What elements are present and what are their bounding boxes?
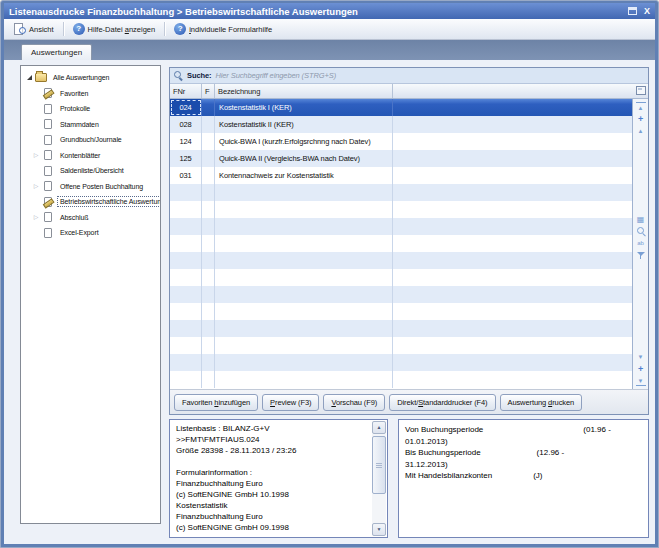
expander-open-icon[interactable] bbox=[24, 75, 34, 80]
table-row-empty[interactable] bbox=[170, 320, 632, 337]
tree-item-kontenbl-tter[interactable]: ▷Kontenblätter bbox=[31, 148, 160, 164]
tree-item-favoriten[interactable]: Favoriten bbox=[31, 86, 160, 102]
cell-fnr bbox=[170, 337, 202, 354]
info-line: (c) SoftENGINE GmbH 09.1998 bbox=[176, 522, 372, 533]
table-row-empty[interactable] bbox=[170, 218, 632, 235]
grid-icon[interactable] bbox=[636, 214, 646, 224]
info-line: Größe 28398 - 28.11.2013 / 23:26 bbox=[176, 445, 372, 456]
table-row-125[interactable]: 125Quick-BWA II (Vergleichs-BWA nach Dat… bbox=[170, 150, 632, 167]
scroll-down-icon[interactable]: ▼ bbox=[372, 523, 386, 536]
auswertung-drucken-button[interactable]: Auswertung drucken bbox=[500, 394, 583, 411]
column-header-f[interactable]: F bbox=[202, 84, 215, 98]
cell-bezeichnung bbox=[215, 184, 393, 201]
cell-bezeichnung bbox=[215, 218, 393, 235]
filter-icon[interactable] bbox=[636, 250, 646, 260]
cell-filler bbox=[393, 184, 632, 201]
search-bar[interactable]: Suche: Hier Suchbegriff eingeben (STRG+S… bbox=[170, 68, 648, 84]
add-icon[interactable] bbox=[636, 364, 646, 374]
table-row-empty[interactable] bbox=[170, 184, 632, 201]
scroll-thumb[interactable] bbox=[372, 436, 386, 494]
page-icon bbox=[41, 150, 54, 160]
cell-fnr bbox=[170, 201, 202, 218]
cell-f bbox=[202, 303, 215, 320]
tree-item-saldenliste-bersicht[interactable]: Saldenliste/Übersicht bbox=[31, 163, 160, 179]
cell-filler bbox=[393, 218, 632, 235]
zoom-icon[interactable] bbox=[636, 226, 646, 236]
period-value: (J) bbox=[533, 470, 542, 482]
tree-item-excel-export[interactable]: Excel-Export bbox=[31, 225, 160, 241]
table-row-empty[interactable] bbox=[170, 371, 632, 388]
table-row-024[interactable]: 024Kostenstatistik I (KER) bbox=[170, 99, 632, 116]
table-row-empty[interactable] bbox=[170, 201, 632, 218]
toolbar-button-hilfe-datei-anzeigen[interactable]: Hilfe-Datei anzeigen bbox=[67, 21, 162, 37]
table-row-empty[interactable] bbox=[170, 354, 632, 371]
expander-closed-icon[interactable]: ▷ bbox=[31, 152, 41, 158]
column-header-fnr[interactable]: FNr bbox=[170, 84, 202, 98]
period-label: Von Buchungsperiode bbox=[405, 424, 483, 436]
tab-label: Auswertungen bbox=[31, 48, 82, 57]
cell-filler bbox=[393, 337, 632, 354]
cell-fnr bbox=[170, 354, 202, 371]
cell-filler bbox=[393, 99, 632, 116]
toolbar-button-individuelle-formularhilfe[interactable]: individuelle Formularhilfe bbox=[168, 21, 278, 37]
cell-fnr: 031 bbox=[170, 167, 202, 184]
favoriten-hinzuf-gen-button[interactable]: Favoriten hinzufügen bbox=[174, 394, 258, 411]
expander-closed-icon[interactable]: ▷ bbox=[31, 214, 41, 220]
expander-closed-icon[interactable]: ▷ bbox=[31, 183, 41, 189]
toolbar-button-ansicht[interactable]: Ansicht bbox=[8, 21, 60, 37]
direkt-standarddrucker-f4-button[interactable]: Direkt/Standarddrucker (F4) bbox=[389, 394, 495, 411]
close-icon[interactable]: X bbox=[644, 6, 650, 16]
table-row-031[interactable]: 031Kontennachweis zur Kostenstatistik bbox=[170, 167, 632, 184]
tab-auswertungen[interactable]: Auswertungen bbox=[21, 44, 92, 60]
table-row-028[interactable]: 028Kostenstatistik II (KER) bbox=[170, 116, 632, 133]
tree-item-label: Excel-Export bbox=[57, 227, 101, 238]
cell-bezeichnung bbox=[215, 303, 393, 320]
period-info-panel: Von Buchungsperiode(01.96 -01.01.2013)Bi… bbox=[398, 419, 649, 538]
edit-icon[interactable] bbox=[636, 238, 646, 248]
tree-item-betriebswirtschaftliche-auswertungen[interactable]: Betriebswirtschaftliche Auswertungen bbox=[31, 194, 160, 210]
add-icon[interactable] bbox=[636, 114, 646, 124]
column-options-icon[interactable] bbox=[636, 86, 646, 95]
scroll-up-icon[interactable]: ▲ bbox=[372, 421, 386, 434]
period-spacer bbox=[492, 470, 533, 482]
tree-item-abschlu[interactable]: ▷Abschluß bbox=[31, 210, 160, 226]
tree-item-label: Alle Auswertungen bbox=[50, 72, 112, 83]
tree-item-protokolle[interactable]: Protokolle bbox=[31, 101, 160, 117]
table-row-empty[interactable] bbox=[170, 235, 632, 252]
preview-f3-button[interactable]: Preview (F3) bbox=[262, 394, 319, 411]
column-header-bezeichnung[interactable]: Bezeichnung bbox=[215, 84, 393, 98]
help-icon bbox=[174, 23, 186, 35]
info-scrollbar[interactable]: ▲ ▼ bbox=[372, 421, 386, 536]
table-row-empty[interactable] bbox=[170, 269, 632, 286]
cell-bezeichnung bbox=[215, 235, 393, 252]
period-entry-mit-handelsbilanzkonten: Mit Handelsbilanzkonten(J) bbox=[405, 470, 642, 482]
period-entry-von-buchungsperiode: Von Buchungsperiode(01.96 -01.01.2013) bbox=[405, 424, 642, 447]
down-icon[interactable] bbox=[636, 352, 646, 362]
app-window: Listenausdrucke Finanzbuchhaltung > Betr… bbox=[0, 0, 659, 548]
column-header-filler[interactable] bbox=[393, 84, 648, 98]
tree-item-grundbuch-journale[interactable]: Grundbuch/Journale bbox=[31, 132, 160, 148]
cell-f bbox=[202, 269, 215, 286]
table-row-empty[interactable] bbox=[170, 337, 632, 354]
view-icon bbox=[14, 23, 26, 35]
restore-window-icon[interactable] bbox=[628, 7, 637, 15]
info-line: Finanzbuchhaltung Euro bbox=[176, 511, 372, 522]
table-row-124[interactable]: 124Quick-BWA I (kurzfr.Erfolgsrchnng nac… bbox=[170, 133, 632, 150]
tree-item-label: Favoriten bbox=[57, 88, 91, 99]
period-line: Von Buchungsperiode(01.96 - bbox=[405, 424, 642, 436]
table-row-empty[interactable] bbox=[170, 303, 632, 320]
tree-item-stammdaten[interactable]: Stammdaten bbox=[31, 117, 160, 133]
cell-f bbox=[202, 133, 215, 150]
table-row-empty[interactable] bbox=[170, 252, 632, 269]
table-row-empty[interactable] bbox=[170, 286, 632, 303]
toolbar-button-label: Hilfe-Datei anzeigen bbox=[88, 25, 156, 34]
tree-item-alle-auswertungen[interactable]: Alle Auswertungen bbox=[24, 70, 160, 86]
up-icon[interactable] bbox=[636, 126, 646, 136]
period-value-wrapped: 01.01.2013) bbox=[405, 436, 642, 448]
search-label: Suche: bbox=[187, 71, 211, 80]
tree-item-label: Grundbuch/Journale bbox=[57, 134, 125, 145]
first-icon[interactable] bbox=[636, 102, 646, 112]
vorschau-f9-button[interactable]: Vorschau (F9) bbox=[323, 394, 385, 411]
tree-item-offene-posten-buchhaltung[interactable]: ▷Offene Posten Buchhaltung bbox=[31, 179, 160, 195]
last-icon[interactable] bbox=[636, 376, 646, 386]
